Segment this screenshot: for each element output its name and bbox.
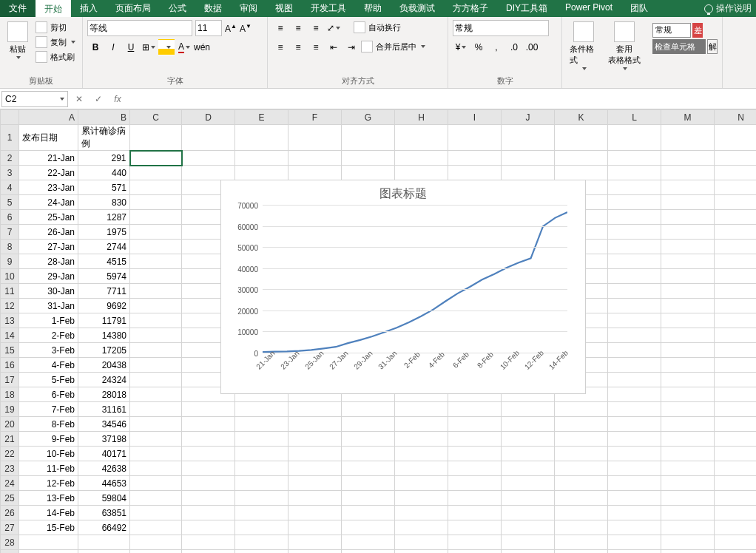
row-header[interactable]: 11 [1,284,19,299]
cell-C10[interactable] [130,269,182,284]
cell-K21[interactable] [555,432,608,447]
row-header[interactable]: 8 [1,240,19,254]
cell-H21[interactable] [395,432,448,447]
merge-center-button[interactable]: 合并后居中 [361,39,425,54]
cell-N22[interactable] [715,447,757,461]
comma-format-button[interactable]: , [488,39,504,55]
cell-M8[interactable] [661,240,715,254]
cell-J27[interactable] [502,520,555,535]
paste-button[interactable]: 粘贴 [4,20,31,61]
cell-H25[interactable] [395,491,448,506]
cell-G26[interactable] [342,506,395,520]
cell-K24[interactable] [555,476,608,491]
cell-C29[interactable] [130,550,182,554]
tab-文件[interactable]: 文件 [0,0,36,17]
cell-L11[interactable] [608,284,661,299]
cell-H3[interactable] [395,166,448,180]
cell-B6[interactable]: 1287 [78,210,130,225]
cell-I20[interactable] [448,417,502,432]
cell-J28[interactable] [502,535,555,550]
column-header-H[interactable]: H [395,110,448,125]
cell-I19[interactable] [448,402,502,417]
cell-A26[interactable]: 14-Feb [19,506,78,520]
cell-C22[interactable] [130,447,182,461]
cell-D23[interactable] [182,461,235,476]
cell-L18[interactable] [608,387,661,402]
cell-L23[interactable] [608,461,661,476]
cell-I29[interactable] [448,550,502,554]
cell-K27[interactable] [555,520,608,535]
cell-F21[interactable] [288,432,342,447]
cell-N23[interactable] [715,461,757,476]
row-header[interactable]: 15 [1,343,19,358]
cell-L1[interactable] [608,125,661,151]
cell-N10[interactable] [715,269,757,284]
cell-styles-gallery[interactable]: 常规 差 检查单元格 解 [648,17,723,88]
cell-C8[interactable] [130,240,182,254]
cell-C20[interactable] [130,417,182,432]
cell-G23[interactable] [342,461,395,476]
cell-D3[interactable] [182,166,235,180]
cell-B7[interactable]: 1975 [78,225,130,240]
cell-K28[interactable] [555,535,608,550]
row-header[interactable]: 14 [1,328,19,343]
cell-A27[interactable]: 15-Feb [19,520,78,535]
cell-J1[interactable] [502,125,555,151]
embedded-chart[interactable]: 图表标题 01000020000300004000050000600007000… [220,180,586,394]
cell-A29[interactable] [19,550,78,554]
cell-B2[interactable]: 291 [78,151,130,166]
cell-C21[interactable] [130,432,182,447]
cell-A18[interactable]: 6-Feb [19,387,78,402]
cell-B16[interactable]: 20438 [78,358,130,373]
cell-I22[interactable] [448,447,502,461]
formula-input[interactable] [124,92,642,106]
cell-H20[interactable] [395,417,448,432]
cell-L24[interactable] [608,476,661,491]
cell-L8[interactable] [608,240,661,254]
cell-N7[interactable] [715,225,757,240]
bold-button[interactable]: B [87,39,104,55]
cell-J19[interactable] [502,402,555,417]
insert-function-button[interactable]: fx [111,94,124,104]
cell-B24[interactable]: 44653 [78,476,130,491]
cell-J20[interactable] [502,417,555,432]
cell-M10[interactable] [661,269,715,284]
cell-C15[interactable] [130,343,182,358]
cell-C11[interactable] [130,284,182,299]
cell-M7[interactable] [661,225,715,240]
orientation-button[interactable]: ⤢ [325,20,342,36]
cell-C7[interactable] [130,225,182,240]
cell-L12[interactable] [608,299,661,313]
cell-C24[interactable] [130,476,182,491]
cell-C26[interactable] [130,506,182,520]
row-header[interactable]: 24 [1,476,19,491]
cell-H26[interactable] [395,506,448,520]
cell-B18[interactable]: 28018 [78,387,130,402]
cell-N20[interactable] [715,417,757,432]
cell-A2[interactable]: 21-Jan [19,151,78,166]
cell-F29[interactable] [288,550,342,554]
cell-B13[interactable]: 11791 [78,313,130,328]
cell-C18[interactable] [130,387,182,402]
cell-C9[interactable] [130,254,182,269]
cell-G3[interactable] [342,166,395,180]
cell-L10[interactable] [608,269,661,284]
cut-button[interactable]: 剪切 [36,20,75,35]
cell-F22[interactable] [288,447,342,461]
cell-D26[interactable] [182,506,235,520]
cell-A21[interactable]: 9-Feb [19,432,78,447]
cell-H2[interactable] [395,151,448,166]
percent-format-button[interactable]: % [470,39,487,55]
cell-D21[interactable] [182,432,235,447]
cell-G29[interactable] [342,550,395,554]
cell-N6[interactable] [715,210,757,225]
copy-button[interactable]: 复制 [36,35,75,50]
cell-A24[interactable]: 12-Feb [19,476,78,491]
cell-I24[interactable] [448,476,502,491]
row-header[interactable]: 9 [1,254,19,269]
cell-M4[interactable] [661,180,715,195]
cell-L20[interactable] [608,417,661,432]
cell-N8[interactable] [715,240,757,254]
cell-C2[interactable] [130,151,182,166]
row-header[interactable]: 23 [1,461,19,476]
